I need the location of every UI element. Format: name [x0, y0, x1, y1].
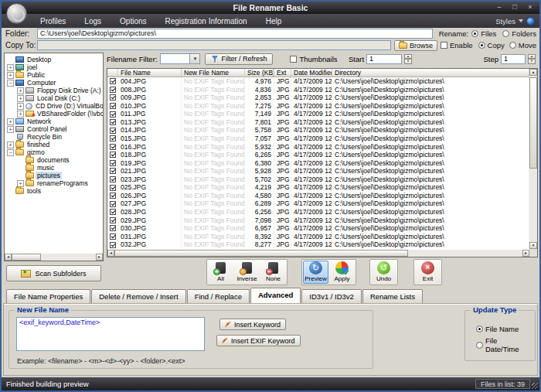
expand-icon[interactable]: +: [7, 118, 14, 125]
table-row[interactable]: 027.JPGNo EXIF Tags Found6,289JPG4/17/20…: [107, 199, 529, 208]
scroll-right-icon[interactable]: ►: [522, 250, 529, 257]
row-checkbox[interactable]: [110, 152, 116, 158]
scroll-left-icon[interactable]: ◄: [5, 254, 12, 261]
table-row[interactable]: 018.JPGNo EXIF Tags Found6,265JPG4/17/20…: [107, 151, 529, 159]
tree-item[interactable]: tools: [5, 187, 103, 195]
insert-exif-keyword-button[interactable]: Insert EXIF Keyword: [216, 335, 301, 346]
row-checkbox[interactable]: [110, 209, 116, 215]
scrollbar-thumb[interactable]: [114, 250, 408, 257]
apply-button[interactable]: Apply: [329, 261, 355, 284]
row-checkbox[interactable]: [110, 144, 116, 150]
collapse-icon[interactable]: −: [7, 80, 14, 87]
table-row[interactable]: 025.JPGNo EXIF Tags Found4,219JPG4/17/20…: [107, 183, 529, 192]
row-checkbox[interactable]: [110, 103, 116, 109]
thumbnails-checkbox[interactable]: [290, 56, 297, 63]
start-input[interactable]: 1: [366, 54, 402, 64]
row-checkbox[interactable]: [110, 135, 116, 141]
row-checkbox[interactable]: [110, 225, 116, 231]
table-row[interactable]: 021.JPGNo EXIF Tags Found5,928JPG4/17/20…: [107, 167, 529, 176]
column-header-checkbox[interactable]: [107, 69, 118, 77]
menu-item-options[interactable]: Options: [111, 15, 155, 27]
scrollbar-thumb[interactable]: [529, 77, 537, 169]
table-horizontal-scrollbar[interactable]: ◄ ►: [107, 250, 529, 257]
row-checkbox[interactable]: [110, 78, 116, 84]
tree-horizontal-scrollbar[interactable]: ◄ ►: [5, 254, 103, 261]
table-row[interactable]: 011.JPGNo EXIF Tags Found7,149JPG4/17/20…: [107, 110, 529, 118]
table-row[interactable]: 015.JPGNo EXIF Tags Found7,057JPG4/17/20…: [107, 135, 529, 143]
table-row[interactable]: 032.JPGNo EXIF Tags Found8,277JPG4/17/20…: [107, 240, 529, 249]
new-file-name-textarea[interactable]: <exif_keyword,DateTime>: [16, 317, 205, 351]
all-button[interactable]: +All: [208, 261, 233, 284]
filter-refresh-button[interactable]: Filter / Refresh: [205, 53, 273, 65]
row-checkbox[interactable]: [110, 94, 116, 101]
table-row[interactable]: 004.JPGNo EXIF Tags Found4,976JPG4/17/20…: [107, 77, 529, 86]
maximize-button[interactable]: □: [510, 3, 519, 12]
table-row[interactable]: 023.JPGNo EXIF Tags Found5,702JPG4/17/20…: [107, 176, 529, 184]
preview-button[interactable]: ↻Preview: [303, 261, 328, 284]
table-row[interactable]: 010.JPGNo EXIF Tags Found7,275JPG4/17/20…: [107, 102, 529, 111]
tree-item[interactable]: −gizmo: [5, 148, 103, 156]
row-checkbox[interactable]: [110, 233, 116, 240]
scroll-right-icon[interactable]: ►: [96, 254, 103, 261]
browse-button[interactable]: Browse: [394, 40, 437, 51]
column-header-ext[interactable]: Ext: [274, 69, 291, 77]
tab-id3v1-id3v2[interactable]: ID3v1 / ID3v2: [301, 289, 362, 303]
tree-item[interactable]: music: [5, 164, 103, 172]
table-row[interactable]: 026.JPGNo EXIF Tags Found4,580JPG4/17/20…: [107, 192, 529, 200]
scroll-left-icon[interactable]: ◄: [107, 250, 114, 257]
table-row[interactable]: 008.JPGNo EXIF Tags Found4,836JPG4/17/20…: [107, 86, 529, 94]
row-checkbox[interactable]: [110, 217, 116, 223]
tab-file-name-properties[interactable]: File Name Properties: [6, 289, 90, 303]
expand-icon[interactable]: +: [7, 72, 14, 79]
tab-delete-remove-insert[interactable]: Delete / Remove / Insert: [91, 289, 185, 303]
scroll-down-icon[interactable]: ▼: [529, 242, 537, 249]
table-row[interactable]: 030.JPGNo EXIF Tags Found6,957JPG4/17/20…: [107, 224, 529, 233]
expand-icon[interactable]: +: [7, 126, 14, 133]
filename-filter-combobox[interactable]: ▼: [160, 53, 200, 64]
menu-item-registration-information[interactable]: Registration Information: [156, 15, 257, 27]
expand-icon[interactable]: +: [17, 103, 24, 110]
tree-item[interactable]: pictures: [5, 172, 103, 179]
row-checkbox[interactable]: [110, 119, 116, 125]
exit-button[interactable]: ×Exit: [415, 261, 441, 284]
scrollbar-thumb[interactable]: [12, 254, 41, 261]
menu-item-help[interactable]: Help: [257, 15, 291, 27]
scroll-up-icon[interactable]: ▲: [529, 69, 537, 76]
expand-icon[interactable]: +: [17, 95, 24, 102]
close-button[interactable]: ×: [526, 3, 535, 12]
enable-checkbox[interactable]: [441, 42, 447, 49]
table-row[interactable]: 029.JPGNo EXIF Tags Found7,098JPG4/17/20…: [107, 216, 529, 225]
tree-item[interactable]: +Network: [5, 118, 103, 125]
row-checkbox[interactable]: [110, 168, 116, 174]
table-row[interactable]: 028.JPGNo EXIF Tags Found6,256JPG4/17/20…: [107, 208, 529, 216]
table-row[interactable]: 019.JPGNo EXIF Tags Found6,380JPG4/17/20…: [107, 159, 529, 168]
menu-item-profiles[interactable]: Profiles: [31, 15, 75, 27]
column-header-date-modified[interactable]: Date Modified: [291, 69, 332, 77]
row-checkbox[interactable]: [110, 111, 116, 118]
globe-icon[interactable]: [526, 17, 535, 26]
step-spinner[interactable]: ▲▼: [528, 54, 536, 64]
expand-icon[interactable]: +: [17, 111, 24, 118]
start-spinner[interactable]: ▲▼: [404, 54, 412, 64]
menu-item-logs[interactable]: Logs: [75, 15, 111, 27]
copy-radio[interactable]: [478, 42, 485, 49]
insert-keyword-button[interactable]: Insert Keyword: [219, 319, 286, 330]
file-datetime-radio[interactable]: [476, 342, 483, 349]
row-checkbox[interactable]: [110, 176, 116, 182]
styles-menu[interactable]: Styles: [495, 17, 515, 26]
table-row[interactable]: 014.JPGNo EXIF Tags Found5,758JPG4/17/20…: [107, 126, 529, 135]
tree-item[interactable]: +Public: [5, 71, 103, 79]
row-checkbox[interactable]: [110, 185, 116, 191]
row-checkbox[interactable]: [110, 242, 116, 248]
undo-button[interactable]: ↺Undo: [371, 261, 396, 284]
step-input[interactable]: 1: [501, 54, 526, 64]
tree-item[interactable]: documents: [5, 156, 103, 164]
row-checkbox[interactable]: [110, 201, 116, 207]
tab-rename-lists[interactable]: Rename Lists: [362, 289, 423, 303]
row-checkbox[interactable]: [110, 193, 116, 199]
tree-item[interactable]: +CD Drive (D:) VirtualBox Guest: [5, 102, 103, 110]
row-checkbox[interactable]: [110, 128, 116, 134]
tree-item[interactable]: +Local Disk (C:): [5, 94, 103, 102]
move-radio[interactable]: [509, 42, 516, 49]
row-checkbox[interactable]: [110, 87, 116, 93]
